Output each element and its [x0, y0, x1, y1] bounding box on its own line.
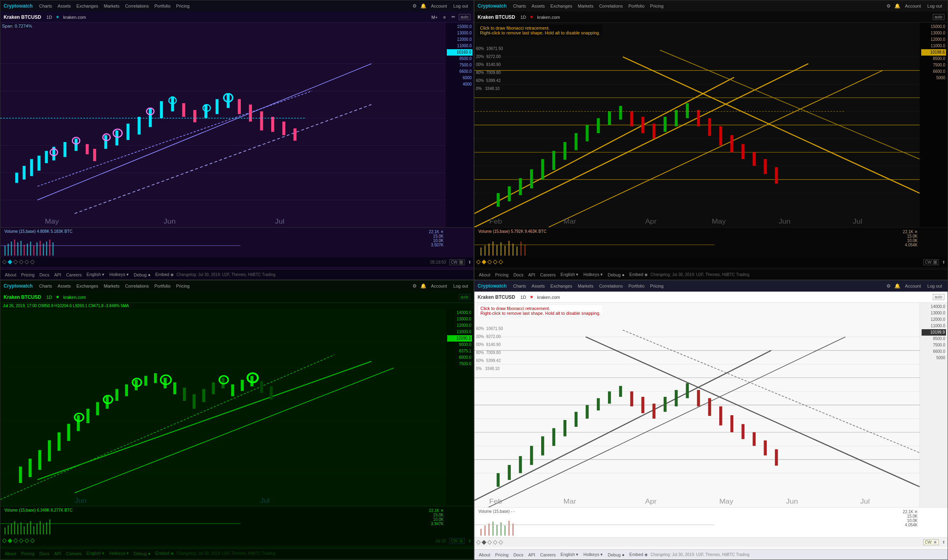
chart-main-2[interactable]: Feb Mar Apr May Jun Jul	[474, 23, 920, 227]
footer-pricing-3[interactable]: Pricing	[19, 550, 37, 557]
diamond-2-4[interactable]	[493, 260, 497, 264]
footer-debug-4[interactable]: Debug ●	[606, 552, 626, 558]
diamond-4-1[interactable]	[476, 540, 480, 544]
nav-exchanges-2[interactable]: Exchanges	[548, 3, 574, 9]
footer-embed-4[interactable]: Embed ◈	[627, 551, 650, 558]
nav-exchanges-3[interactable]: Exchanges	[74, 283, 100, 289]
nav-portfolio-2[interactable]: Portfolio	[626, 3, 647, 9]
diamond-3-6[interactable]	[30, 538, 34, 543]
nav-charts-4[interactable]: Charts	[511, 283, 528, 289]
diamond-6[interactable]	[30, 260, 34, 264]
footer-docs-4[interactable]: Docs	[511, 552, 525, 558]
gear-icon-3[interactable]: ⚙	[411, 282, 418, 290]
nav-correlations-3[interactable]: Correlations	[123, 283, 151, 289]
footer-docs-2[interactable]: Docs	[511, 272, 525, 278]
footer-english-2[interactable]: English ▾	[558, 271, 580, 278]
footer-hotkeys-4[interactable]: Hotkeys ▾	[581, 551, 605, 558]
diamond-2-1[interactable]	[476, 260, 480, 264]
diamond-3-3[interactable]	[13, 538, 18, 543]
footer-embed-3[interactable]: Embed ◈	[153, 550, 176, 557]
symbol-4[interactable]: Kraken BTCUSD	[478, 294, 515, 300]
symbol-3[interactable]: Kraken BTCUSD	[4, 294, 41, 300]
bell-icon[interactable]: 🔔	[420, 2, 427, 10]
footer-embed-1[interactable]: Embed ◈	[153, 271, 176, 278]
expand-icon-4[interactable]: ⬆	[942, 540, 945, 544]
nav-pricing-2[interactable]: Pricing	[648, 3, 666, 9]
logo-3[interactable]: Cryptowatch	[4, 283, 33, 289]
footer-careers-3[interactable]: Careers	[64, 550, 84, 557]
star-icon-4[interactable]: ★	[530, 294, 534, 300]
exchange-link-3[interactable]: kraken.com	[61, 294, 88, 300]
nav-exchanges-4[interactable]: Exchanges	[548, 283, 574, 289]
exchange-link-1[interactable]: kraken.com	[61, 14, 88, 20]
footer-pricing-4[interactable]: Pricing	[493, 552, 511, 558]
account-btn-4[interactable]: Account	[903, 283, 924, 289]
footer-about-2[interactable]: About	[477, 272, 492, 278]
nav-correlations-4[interactable]: Correlations	[597, 283, 625, 289]
star-icon-2[interactable]: ★	[530, 14, 534, 20]
nav-correlations-2[interactable]: Correlations	[597, 3, 625, 9]
diamond-2[interactable]	[8, 260, 12, 264]
account-btn-3[interactable]: Account	[429, 283, 450, 289]
cw-box-1[interactable]: CW: ≡	[449, 259, 465, 265]
bell-icon-3[interactable]: 🔔	[420, 282, 427, 290]
account-btn-1[interactable]: Account	[429, 3, 450, 9]
nav-charts-1[interactable]: Charts	[37, 3, 54, 9]
pen-1[interactable]: ✏	[450, 14, 457, 20]
footer-about-1[interactable]: About	[3, 272, 18, 278]
timeframe-1[interactable]: 1D	[44, 14, 54, 20]
timeframe-2[interactable]: 1D	[518, 14, 528, 20]
expand-icon-1[interactable]: ⬆	[468, 260, 471, 264]
diamond-3-1[interactable]	[2, 538, 6, 543]
bell-icon-4[interactable]: 🔔	[894, 282, 901, 290]
symbol-1[interactable]: Kraken BTCUSD	[4, 14, 41, 20]
footer-english-4[interactable]: English ▾	[558, 551, 580, 558]
nav-pricing-3[interactable]: Pricing	[174, 283, 192, 289]
nav-assets-3[interactable]: Assets	[55, 283, 73, 289]
diamond-4-4[interactable]	[493, 540, 497, 544]
footer-api-1[interactable]: API	[52, 272, 63, 278]
expand-icon-3[interactable]: ⬆	[468, 539, 471, 543]
diamond-2-3[interactable]	[487, 260, 492, 264]
diamond-3[interactable]	[13, 260, 18, 264]
logout-btn-2[interactable]: Log out	[925, 3, 944, 9]
nav-pricing-1[interactable]: Pricing	[174, 3, 192, 9]
footer-hotkeys-1[interactable]: Hotkeys ▾	[107, 271, 131, 278]
cw-box-3[interactable]: CW: ≡	[449, 538, 465, 544]
nav-assets-2[interactable]: Assets	[529, 3, 547, 9]
footer-debug-2[interactable]: Debug ●	[606, 272, 626, 278]
nav-charts-3[interactable]: Charts	[37, 283, 54, 289]
footer-pricing-1[interactable]: Pricing	[19, 272, 37, 278]
diamond-3-4[interactable]	[19, 538, 23, 543]
nav-portfolio-1[interactable]: Portfolio	[152, 3, 173, 9]
logout-btn-4[interactable]: Log out	[925, 283, 944, 289]
gear-icon-2[interactable]: ⚙	[885, 2, 892, 10]
footer-api-2[interactable]: API	[526, 272, 537, 278]
nav-correlations-1[interactable]: Correlations	[123, 3, 151, 9]
account-btn-2[interactable]: Account	[903, 3, 924, 9]
logout-btn-3[interactable]: Log out	[451, 283, 470, 289]
diamond-4-3[interactable]	[487, 540, 492, 544]
diamond-4[interactable]	[19, 260, 23, 264]
diamond-2-2[interactable]	[482, 260, 486, 264]
mode-1[interactable]: M+	[430, 14, 440, 20]
diamond-3-5[interactable]	[24, 538, 29, 543]
logo-4[interactable]: Cryptowatch	[478, 283, 507, 289]
cw-box-2[interactable]: CW: ≡	[923, 259, 939, 265]
exchange-link-2[interactable]: kraken.com	[535, 14, 562, 20]
nav-portfolio-4[interactable]: Portfolio	[626, 283, 647, 289]
chart-main-3[interactable]: Jun Jul	[0, 309, 446, 506]
timeframe-4[interactable]: 1D	[518, 294, 528, 300]
footer-careers-2[interactable]: Careers	[538, 272, 558, 278]
diamond-3-2[interactable]	[8, 538, 12, 543]
footer-debug-3[interactable]: Debug ●	[132, 550, 152, 557]
nav-charts-2[interactable]: Charts	[511, 3, 528, 9]
nav-pricing-4[interactable]: Pricing	[648, 283, 666, 289]
footer-docs-1[interactable]: Docs	[37, 272, 51, 278]
chart-main-1[interactable]: May Jun Jul	[0, 23, 446, 227]
footer-careers-1[interactable]: Careers	[64, 272, 84, 278]
diamond-1[interactable]	[2, 260, 6, 264]
diamond-4-5[interactable]	[498, 540, 503, 544]
chart-main-4[interactable]: Feb Mar Apr May Jun Jul	[474, 303, 920, 507]
footer-pricing-2[interactable]: Pricing	[493, 272, 511, 278]
